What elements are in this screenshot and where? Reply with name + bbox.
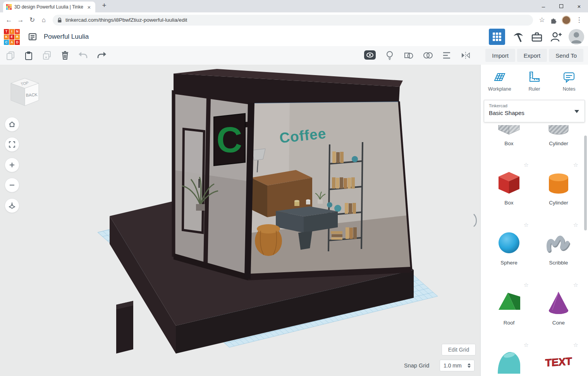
logo-cell: N [15,29,20,34]
duplicate-icon[interactable] [41,50,53,61]
browser-window: 3D design Powerful Luulia | Tinke × + – … [0,0,588,376]
shape-tile-cylinder-hole[interactable]: Cylinder [537,125,580,146]
favorite-star-icon[interactable]: ☆ [524,162,529,168]
align-icon[interactable] [441,50,452,61]
logo-cell: D [15,40,20,45]
fit-view-button[interactable] [5,137,19,152]
shape-library-dropdown[interactable]: Tinkercad Basic Shapes [484,100,585,122]
ruler-tool[interactable]: Ruler [517,70,552,92]
shape-label: Roof [488,320,530,326]
new-tab-button[interactable]: + [99,1,109,10]
boolean-shapes-icon[interactable] [403,50,414,61]
shape-tile-sphere[interactable]: ☆ Sphere [488,227,530,266]
favorite-star-icon[interactable]: ☆ [573,222,578,228]
panel-scrollbar[interactable] [584,136,587,230]
copy-icon[interactable] [5,50,16,61]
browser-navbar: ← → ↻ ⌂ tinkercad.com/things/i8PbwfZtiuz… [0,12,588,27]
library-selected: Basic Shapes [489,110,580,116]
tinkercad-logo[interactable]: T I N K E R C A D [4,29,20,45]
shapes-panel: Workplane Ruler Notes Tinkerca [480,65,588,376]
svg-text:TEXT: TEXT [545,355,572,369]
shape-label: Sphere [488,260,530,266]
browser-profile-avatar[interactable] [562,15,571,25]
dashboard-grid-button[interactable] [489,29,505,45]
window-maximize-button[interactable] [552,0,570,12]
workplane-tool[interactable]: Workplane [482,70,517,92]
shape-tile-box-hole[interactable]: Box [488,125,530,146]
notes-tool[interactable]: Notes [552,70,586,92]
shape-label: Cone [537,320,580,326]
redo-icon[interactable] [96,50,107,61]
perspective-toggle-button[interactable] [5,198,19,213]
address-bar[interactable]: tinkercad.com/things/i8PbwfZtiuz-powerfu… [53,15,533,26]
shape-tile-cone[interactable]: ☆ Cone [537,287,580,326]
bookmark-star-icon[interactable]: ☆ [536,14,548,26]
view-cube-front-label: BACK [26,92,38,98]
notes-tool-label: Notes [563,86,576,92]
lightbulb-icon[interactable] [384,50,395,61]
snap-grid-value: 1.0 mm [444,362,462,369]
mirror-icon[interactable] [460,50,471,61]
shape-label: Box [488,141,530,146]
tab-strip: 3D design Powerful Luulia | Tinke × + – … [0,0,588,12]
window-minimize-button[interactable]: – [535,0,552,12]
model-glass-wall[interactable]: Coffee [248,101,411,280]
viewport-3d[interactable]: Coffee [0,65,480,376]
shape-label: Cylinder [537,200,580,206]
shape-tile-paraboloid[interactable]: ☆ [488,347,530,376]
panel-collapse-chevron-icon[interactable] [473,213,479,228]
favorite-star-icon[interactable]: ☆ [524,222,529,228]
scene-3d[interactable]: Coffee [0,65,480,376]
shape-tile-box[interactable]: ☆ Box [488,167,530,206]
toolbox-icon[interactable] [531,31,543,43]
home-icon[interactable]: ⌂ [38,14,50,26]
view-cube[interactable]: TOP BACK [5,73,44,109]
ruler-tool-label: Ruler [529,86,540,92]
tab-close-icon[interactable]: × [86,4,92,10]
shape-tile-scribble[interactable]: ☆ Scribble [537,227,580,266]
zoom-in-button[interactable] [5,158,19,172]
logo-cell: C [4,40,9,45]
zoom-out-button[interactable] [5,178,19,192]
export-button[interactable]: Export [517,49,547,62]
notes-visibility-icon[interactable] [364,50,376,61]
group-icon[interactable] [422,50,433,61]
shape-label: Box [488,200,530,206]
spinner-caret-icon[interactable] [468,362,471,369]
logo-cell: I [9,29,14,34]
logo-cell: K [4,34,9,39]
refresh-icon[interactable]: ↻ [26,14,38,26]
paste-icon[interactable] [23,50,34,61]
send-to-button[interactable]: Send To [549,49,583,62]
user-avatar[interactable] [569,29,584,45]
favorite-star-icon[interactable]: ☆ [524,282,529,288]
add-person-icon[interactable] [550,31,562,43]
shape-label: Cylinder [537,141,580,146]
back-icon[interactable]: ← [3,14,15,26]
snap-grid-label: Snap Grid [404,362,429,369]
undo-icon[interactable] [77,50,89,61]
favorite-star-icon[interactable]: ☆ [524,342,529,348]
browser-menu-kebab-icon[interactable]: ⋮ [573,14,585,26]
import-button[interactable]: Import [485,49,515,62]
design-menu-icon[interactable] [26,30,39,43]
forward-icon[interactable]: → [15,14,26,26]
delete-icon[interactable] [59,50,71,61]
browser-tab[interactable]: 3D design Powerful Luulia | Tinke × [3,2,95,12]
extensions-puzzle-icon[interactable] [548,14,559,26]
favorite-star-icon[interactable]: ☆ [573,162,578,168]
minecraft-pickaxe-icon[interactable] [512,31,524,43]
url-text: tinkercad.com/things/i8PbwfZtiuz-powerfu… [65,17,187,23]
window-close-button[interactable]: × [570,0,588,12]
shape-tile-roof[interactable]: ☆ Roof [488,287,530,326]
favorite-star-icon[interactable]: ☆ [573,342,578,348]
favorite-star-icon[interactable]: ☆ [573,282,578,288]
view-home-button[interactable] [5,117,19,132]
shape-tile-text[interactable]: ☆ TEXT [537,347,580,376]
panel-tools: Workplane Ruler Notes [481,65,588,92]
toolbar-right: Import Export Send To [364,49,583,62]
snap-grid-select[interactable]: 1.0 mm [440,360,475,371]
edit-grid-button[interactable]: Edit Grid [442,344,476,355]
shape-tile-cylinder[interactable]: ☆ Cylinder [537,167,580,206]
design-title[interactable]: Powerful Luulia [44,33,89,41]
